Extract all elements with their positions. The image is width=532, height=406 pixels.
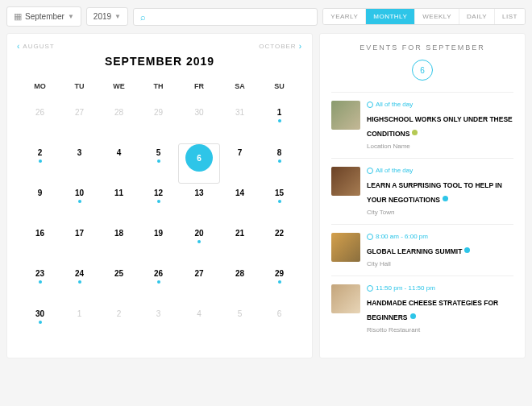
chevron-right-icon: › (299, 42, 302, 51)
view-weekly[interactable]: WEEKLY (415, 9, 459, 24)
category-badge (443, 196, 448, 201)
view-monthly[interactable]: MONTHLY (366, 9, 415, 24)
next-month-label: OCTOBER (259, 43, 296, 50)
calendar-day[interactable]: 23 (20, 264, 60, 304)
next-month-button[interactable]: OCTOBER › (259, 42, 302, 51)
day-header: TU (60, 82, 99, 103)
calendar-grid: MOTUWETHFRSASU26272829303112345678910111… (20, 82, 299, 345)
search-input[interactable] (151, 12, 310, 21)
day-number: 27 (194, 269, 203, 278)
category-badge (410, 313, 416, 319)
calendar-day[interactable]: 1 (260, 103, 299, 143)
calendar-day[interactable]: 17 (60, 224, 99, 264)
calendar-day[interactable]: 12 (139, 184, 178, 224)
calendar-day: 4 (178, 304, 220, 345)
event-title: HIGHSCHOOL WORKS ONLY UNDER THESE CONDIT… (367, 115, 513, 138)
calendar-day[interactable]: 25 (99, 264, 139, 304)
event-location: City Hall (367, 260, 513, 267)
prev-month-button[interactable]: ‹ AUGUST (17, 42, 55, 51)
calendar-day[interactable]: 26 (139, 264, 178, 304)
calendar-day[interactable]: 3 (60, 143, 99, 184)
calendar-day[interactable]: 21 (220, 224, 260, 264)
calendar-day[interactable]: 29 (260, 264, 299, 304)
chevron-down-icon: ▼ (114, 13, 121, 20)
event-dot (157, 280, 160, 284)
calendar-day[interactable]: 6 (178, 143, 220, 184)
calendar-panel: ‹ AUGUST OCTOBER › SEPTEMBER 2019 MOTUWE… (6, 33, 313, 358)
event-title-row: HANDMADE CHEESE STRATEGIES FOR BEGINNERS (367, 294, 513, 323)
day-number: 16 (35, 229, 44, 238)
calendar-day[interactable]: 27 (178, 264, 220, 304)
day-header: TH (139, 82, 178, 103)
events-header: EVENTS FOR SEPTEMBER (331, 44, 513, 52)
calendar-day: 28 (99, 103, 139, 143)
view-yearly[interactable]: YEARLY (323, 9, 366, 24)
event-item[interactable]: All of the dayHIGHSCHOOL WORKS ONLY UNDE… (331, 92, 513, 158)
calendar-day[interactable]: 15 (260, 184, 299, 224)
day-number: 18 (114, 229, 123, 238)
event-dot (78, 200, 81, 203)
view-list[interactable]: LIST (495, 9, 525, 24)
day-number: 9 (38, 188, 43, 197)
selected-day-badge: 6 (412, 60, 433, 81)
calendar-day[interactable]: 19 (139, 224, 178, 264)
calendar-day[interactable]: 16 (20, 224, 60, 264)
day-number: 26 (154, 269, 163, 278)
event-dot (157, 200, 160, 203)
calendar-day[interactable]: 8 (260, 143, 299, 184)
search-field[interactable]: ⌕ (133, 8, 318, 26)
event-dot (278, 119, 281, 122)
calendar-day[interactable]: 13 (178, 184, 220, 224)
calendar-day[interactable]: 11 (99, 184, 139, 224)
event-location: City Town (367, 209, 513, 216)
event-dot (39, 321, 42, 324)
year-select[interactable]: 2019 ▼ (86, 7, 128, 26)
event-time: All of the day (367, 167, 513, 174)
calendar-day: 2 (99, 304, 139, 345)
calendar-day[interactable]: 9 (20, 184, 60, 224)
calendar-day: 30 (178, 103, 220, 143)
calendar-day[interactable]: 24 (60, 264, 99, 304)
category-badge (464, 247, 470, 253)
day-number: 20 (194, 229, 203, 238)
calendar-title: SEPTEMBER 2019 (20, 55, 299, 68)
calendar-day[interactable]: 20 (178, 224, 220, 264)
day-number: 26 (35, 108, 44, 117)
calendar-day: 5 (220, 304, 260, 345)
prev-month-label: AUGUST (23, 43, 54, 50)
day-number: 27 (75, 108, 84, 117)
event-item[interactable]: 8:00 am - 6:00 pmGLOBAL LEARNING SUMMITC… (331, 224, 513, 276)
event-location: Location Name (367, 143, 513, 150)
calendar-day[interactable]: 22 (260, 224, 299, 264)
calendar-day: 31 (220, 103, 260, 143)
calendar-day[interactable]: 28 (220, 264, 260, 304)
day-number: 14 (235, 188, 244, 197)
day-number: 8 (277, 148, 282, 157)
clock-icon (367, 168, 373, 174)
topbar: ▦ September ▼ 2019 ▼ ⌕ YEARLYMONTHLYWEEK… (6, 6, 526, 27)
calendar-day[interactable]: 10 (60, 184, 99, 224)
event-item[interactable]: 11:50 pm - 11:50 pmHANDMADE CHEESE STRAT… (331, 276, 513, 342)
view-daily[interactable]: DAILY (459, 9, 495, 24)
calendar-day[interactable]: 14 (220, 184, 260, 224)
chevron-left-icon: ‹ (17, 42, 20, 51)
calendar-day[interactable]: 4 (99, 143, 139, 184)
calendar-day[interactable]: 7 (220, 143, 260, 184)
event-dot (157, 160, 160, 163)
calendar-day[interactable]: 30 (20, 304, 60, 345)
calendar-day[interactable]: 2 (20, 143, 60, 184)
event-thumbnail (331, 101, 360, 130)
month-select[interactable]: ▦ September ▼ (6, 6, 81, 27)
search-icon: ⌕ (140, 12, 146, 22)
calendar-day[interactable]: 18 (99, 224, 139, 264)
day-header: SA (220, 82, 260, 103)
calendar-day[interactable]: 5 (139, 143, 178, 184)
event-time: 11:50 pm - 11:50 pm (367, 284, 513, 292)
event-dot (39, 160, 42, 163)
event-item[interactable]: All of the dayLEARN A SURPRISING TOOL TO… (331, 158, 513, 224)
event-thumbnail (331, 284, 360, 313)
day-number: 4 (197, 309, 202, 318)
event-title: HANDMADE CHEESE STRATEGIES FOR BEGINNERS (367, 299, 498, 321)
day-number: 10 (75, 188, 84, 197)
day-number: 12 (154, 188, 163, 197)
